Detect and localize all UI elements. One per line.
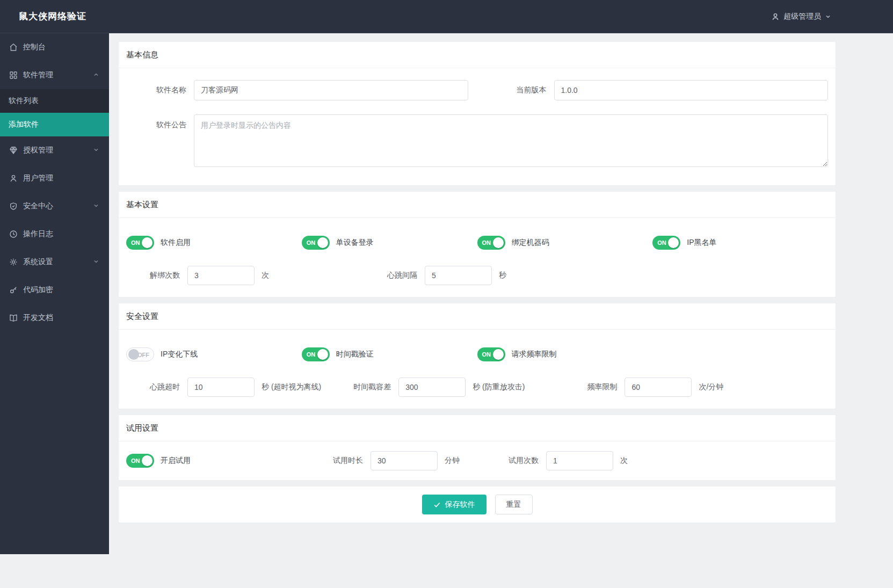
switch-knob <box>142 237 153 248</box>
trial-duration-field: 试用时长 分钟 <box>309 451 460 470</box>
unbind-count-input[interactable] <box>187 266 255 285</box>
sidebar-item-label: 操作日志 <box>23 229 53 239</box>
sidebar-item-user-mgmt[interactable]: 用户管理 <box>0 164 109 192</box>
sidebar-item-label: 代码加密 <box>23 285 53 295</box>
trial-count-input[interactable] <box>546 451 613 470</box>
timestamp-tolerance-label: 时间戳容差 <box>337 382 391 392</box>
switch-state-text: ON <box>131 236 140 250</box>
version-label: 当前版本 <box>476 85 547 95</box>
heartbeat-interval-label: 心跳间隔 <box>364 271 417 280</box>
sidebar-item-software-mgmt[interactable]: 软件管理 <box>0 61 109 89</box>
switch-knob <box>493 237 504 248</box>
trial-settings-card: 试用设置 ON 开启试用 试用时长 分钟 试用次数 次 <box>119 415 836 480</box>
gear-icon <box>9 258 18 266</box>
reset-button[interactable]: 重置 <box>495 495 533 514</box>
toggle-label: 开启试用 <box>161 456 191 466</box>
save-software-button[interactable]: 保存软件 <box>422 495 487 514</box>
trial-duration-input[interactable] <box>371 451 438 470</box>
user-icon <box>9 174 18 183</box>
software-name-label: 软件名称 <box>126 85 186 95</box>
sidebar-item-label: 系统设置 <box>23 257 53 267</box>
unbind-count-suffix: 次 <box>262 271 269 280</box>
section-title-basic-settings: 基本设置 <box>119 192 836 218</box>
switch-state-text: ON <box>307 236 316 250</box>
toggle-ip-blacklist: ON IP黑名单 <box>652 236 828 250</box>
switch-knob <box>317 237 328 248</box>
trial-count-label: 试用次数 <box>485 456 539 466</box>
software-enabled-switch[interactable]: ON <box>126 236 154 250</box>
toggle-software-enabled: ON 软件启用 <box>126 236 302 250</box>
toggle-timestamp-verify: ON 时间戳验证 <box>302 347 477 361</box>
sidebar-item-label: 安全中心 <box>23 201 53 211</box>
switch-state-text: ON <box>482 347 491 361</box>
heartbeat-interval-input[interactable] <box>425 266 492 285</box>
toggle-ip-change-offline: OFF IP变化下线 <box>126 347 302 361</box>
book-icon <box>9 314 18 322</box>
rate-limit-input[interactable] <box>625 378 692 397</box>
toggle-label: 请求频率限制 <box>512 350 557 359</box>
toggle-label: IP黑名单 <box>687 238 716 248</box>
single-device-switch[interactable]: ON <box>302 236 330 250</box>
switch-knob <box>668 237 679 248</box>
chevron-down-icon <box>93 146 99 155</box>
heartbeat-interval-field: 心跳间隔 秒 <box>364 266 506 285</box>
heartbeat-timeout-input[interactable] <box>187 378 255 397</box>
toggle-rate-limit: ON 请求频率限制 <box>477 347 653 361</box>
basic-settings-card: 基本设置 ON 软件启用 ON 单设备登录 ON 绑定机器码 <box>119 192 836 297</box>
toggle-label: IP变化下线 <box>161 350 198 359</box>
shield-check-icon <box>9 202 18 210</box>
switch-knob <box>493 349 504 360</box>
rate-limit-switch[interactable]: ON <box>477 347 505 361</box>
save-button-label: 保存软件 <box>445 500 475 510</box>
user-menu[interactable]: 超级管理员 <box>771 12 831 21</box>
user-name: 超级管理员 <box>783 12 821 21</box>
version-input[interactable] <box>554 80 829 100</box>
announcement-label: 软件公告 <box>126 114 186 130</box>
ip-blacklist-switch[interactable]: ON <box>652 236 680 250</box>
toggle-single-device-login: ON 单设备登录 <box>302 236 477 250</box>
timestamp-tolerance-field: 时间戳容差 秒 (防重放攻击) <box>337 378 525 397</box>
sidebar-item-label: 用户管理 <box>23 173 53 183</box>
unbind-count-label: 解绑次数 <box>126 271 180 280</box>
home-icon <box>9 43 18 52</box>
announcement-textarea[interactable] <box>194 114 828 167</box>
chevron-up-icon <box>93 71 99 79</box>
sidebar-item-software-list[interactable]: 软件列表 <box>0 89 109 113</box>
app-title: 鼠大侠网络验证 <box>0 10 109 23</box>
sidebar-item-label: 开发文档 <box>23 313 53 323</box>
chevron-down-icon <box>825 13 831 20</box>
toggle-label: 软件启用 <box>161 238 191 248</box>
heartbeat-timeout-field: 心跳超时 秒 (超时视为离线) <box>126 378 321 397</box>
switch-knob <box>142 455 153 466</box>
sidebar-item-code-encryption[interactable]: 代码加密 <box>0 276 109 304</box>
bind-machine-switch[interactable]: ON <box>477 236 505 250</box>
sidebar-item-license-mgmt[interactable]: 授权管理 <box>0 136 109 164</box>
rate-limit-label: 频率限制 <box>563 382 617 392</box>
trial-count-field: 试用次数 次 <box>485 451 628 470</box>
unbind-count-field: 解绑次数 次 <box>126 266 269 285</box>
trial-count-suffix: 次 <box>620 456 628 466</box>
sidebar-item-label: 添加软件 <box>9 120 39 129</box>
sidebar-item-label: 控制台 <box>23 42 46 52</box>
grid-icon <box>9 71 18 79</box>
ip-change-offline-switch[interactable]: OFF <box>126 347 154 361</box>
clock-icon <box>9 230 18 238</box>
sidebar-item-security-center[interactable]: 安全中心 <box>0 192 109 220</box>
sidebar-item-system-settings[interactable]: 系统设置 <box>0 248 109 276</box>
gem-icon <box>9 146 18 155</box>
actions-card: 保存软件 重置 <box>119 487 836 522</box>
switch-knob <box>128 349 139 360</box>
timestamp-verify-switch[interactable]: ON <box>302 347 330 361</box>
switch-knob <box>317 349 328 360</box>
sidebar-item-dev-docs[interactable]: 开发文档 <box>0 304 109 332</box>
sidebar-item-console[interactable]: 控制台 <box>0 33 109 61</box>
software-name-input[interactable] <box>194 80 468 100</box>
sidebar-item-add-software[interactable]: 添加软件 <box>0 113 109 136</box>
toggle-label: 绑定机器码 <box>512 238 549 248</box>
key-icon <box>9 286 18 294</box>
sidebar-item-operation-log[interactable]: 操作日志 <box>0 220 109 248</box>
timestamp-tolerance-input[interactable] <box>398 378 466 397</box>
sidebar-item-label: 软件列表 <box>9 96 39 106</box>
switch-state-text: ON <box>482 236 491 250</box>
trial-enabled-switch[interactable]: ON <box>126 454 154 468</box>
